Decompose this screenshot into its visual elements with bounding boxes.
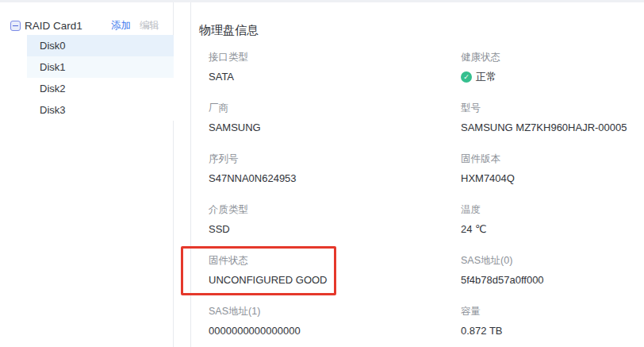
disk-list: Disk0 Disk1 Disk2 Disk3: [27, 35, 174, 121]
add-link[interactable]: 添加: [111, 19, 131, 33]
field-value: 5f4b78d57a0ff000: [461, 275, 644, 286]
edit-link[interactable]: 编辑: [140, 19, 159, 33]
sidebar-item-disk2[interactable]: Disk2: [27, 78, 174, 99]
field-value: SAMSUNG MZ7KH960HAJR-00005: [461, 122, 644, 133]
field-label: 容量: [461, 306, 644, 317]
field-label: 介质类型: [209, 204, 461, 215]
field-label: SAS地址(0): [461, 255, 644, 266]
field-label: 厂商: [209, 102, 461, 114]
page-title: 物理盘信息: [199, 22, 644, 38]
field-model: 型号 SAMSUNG MZ7KH960HAJR-00005: [461, 102, 644, 153]
field-sas-address-1: SAS地址(1) 0000000000000000: [209, 306, 461, 347]
tree-node-raid-card[interactable]: RAID Card1 添加 编辑: [0, 17, 174, 33]
field-vendor: 厂商 SAMSUNG: [209, 102, 461, 153]
sidebar-item-disk3[interactable]: Disk3: [27, 99, 174, 121]
field-value: SATA: [209, 71, 461, 83]
field-value: ✓ 正常: [461, 71, 644, 83]
field-sas-address-0: SAS地址(0) 5f4b78d57a0ff000: [461, 255, 644, 306]
field-temperature: 温度 24 ℃: [461, 204, 644, 255]
field-firmware-version: 固件版本 HXM7404Q: [461, 153, 644, 204]
field-value: SSD: [209, 224, 461, 235]
tree-actions: 添加 编辑: [111, 19, 159, 33]
sidebar-item-disk1[interactable]: Disk1: [27, 56, 174, 78]
check-circle-icon: ✓: [461, 71, 472, 83]
field-label: 接口类型: [209, 52, 461, 63]
physical-disk-info-panel: 物理盘信息 接口类型 SATA 健康状态 ✓ 正常 厂商 SAMSUNG 型号 …: [190, 2, 644, 347]
field-label: 健康状态: [461, 52, 644, 63]
tree-root-label: RAID Card1: [25, 20, 82, 32]
field-label: 固件状态: [209, 255, 461, 266]
field-value: HXM7404Q: [461, 173, 644, 184]
field-label: SAS地址(1): [209, 306, 461, 317]
field-capacity: 容量 0.872 TB: [461, 306, 644, 347]
field-value: SAMSUNG: [209, 122, 461, 133]
field-firmware-state: 固件状态 UNCONFIGURED GOOD: [209, 255, 461, 306]
field-value: 0.872 TB: [461, 326, 644, 337]
field-label: 型号: [461, 102, 644, 114]
field-label: 固件版本: [461, 153, 644, 164]
disk-tree-sidebar: RAID Card1 添加 编辑 Disk0 Disk1 Disk2 Disk3: [0, 2, 174, 347]
field-value: S47NNA0N624953: [209, 173, 461, 184]
field-value: UNCONFIGURED GOOD: [209, 275, 461, 286]
status-text: 正常: [476, 71, 496, 83]
field-interface-type: 接口类型 SATA: [209, 52, 461, 102]
field-media-type: 介质类型 SSD: [209, 204, 461, 255]
field-health-status: 健康状态 ✓ 正常: [461, 52, 644, 102]
sidebar-item-disk0[interactable]: Disk0: [27, 35, 174, 56]
field-label: 序列号: [209, 153, 461, 164]
field-value: 24 ℃: [461, 224, 644, 235]
field-value: 0000000000000000: [209, 326, 461, 337]
field-label: 温度: [461, 204, 644, 215]
field-serial-number: 序列号 S47NNA0N624953: [209, 153, 461, 204]
field-grid: 接口类型 SATA 健康状态 ✓ 正常 厂商 SAMSUNG 型号 SAMSUN…: [209, 52, 644, 347]
collapse-minus-icon[interactable]: [10, 21, 21, 31]
